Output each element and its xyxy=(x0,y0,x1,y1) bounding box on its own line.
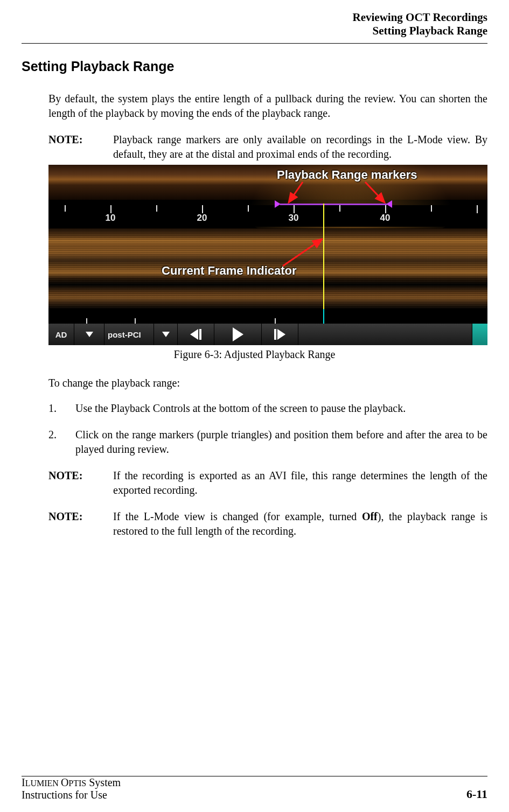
tick-30: 30 xyxy=(289,213,299,223)
footer-line2: Instructions for Use xyxy=(22,789,107,801)
dropdown-2[interactable] xyxy=(154,324,178,345)
header-chapter: Reviewing OCT Recordings xyxy=(22,11,487,24)
step-forward-icon xyxy=(274,329,285,340)
header-rule xyxy=(22,43,487,44)
chevron-down-icon xyxy=(86,332,93,337)
step-text: Click on the range markers (purple trian… xyxy=(75,428,487,457)
figure-caption: Figure 6-3: Adjusted Playback Range xyxy=(22,348,487,361)
step-2: 2. Click on the range markers (purple tr… xyxy=(48,428,487,457)
oct-screenshot: 10 20 30 40 Playback Range markers Curre… xyxy=(48,165,487,345)
step-number: 1. xyxy=(48,401,75,416)
bottom-tick-strip xyxy=(48,310,487,324)
step-forward-button[interactable] xyxy=(262,324,298,345)
page-header: Reviewing OCT Recordings Setting Playbac… xyxy=(22,11,487,38)
footer-product: ILUMIEN OPTIS System Instructions for Us… xyxy=(22,776,121,801)
step-back-button[interactable] xyxy=(178,324,214,345)
annotation-range-markers: Playback Range markers xyxy=(277,168,417,182)
ruler-ticks: 10 20 30 40 xyxy=(48,205,487,227)
step-text: Use the Playback Controls at the bottom … xyxy=(75,401,487,416)
phase-label: post-PCI xyxy=(104,324,154,345)
lmode-ruler: 10 20 30 40 xyxy=(48,205,487,227)
playback-range-bar[interactable] xyxy=(280,204,387,205)
note-2: NOTE: If the recording is exported as an… xyxy=(48,468,487,498)
note3-bold: Off xyxy=(362,510,378,522)
note-1: NOTE: Playback range markers are only av… xyxy=(48,132,487,162)
step-1: 1. Use the Playback Controls at the bott… xyxy=(48,401,487,416)
control-spacer xyxy=(298,324,472,345)
tick-10: 10 xyxy=(106,213,116,223)
figure-6-3: 10 20 30 40 Playback Range markers Curre… xyxy=(48,165,487,345)
note-text: If the L-Mode view is changed (for examp… xyxy=(113,509,487,538)
teal-button-edge[interactable] xyxy=(472,324,487,345)
play-button[interactable] xyxy=(214,324,262,345)
note-text: If the recording is exported as an AVI f… xyxy=(113,468,487,498)
step-number: 2. xyxy=(48,428,75,457)
note-label: NOTE: xyxy=(48,509,113,538)
current-frame-indicator[interactable] xyxy=(323,204,324,309)
note3-prefix: If the L-Mode view is changed (for examp… xyxy=(113,510,362,522)
page-number: 6-11 xyxy=(466,787,487,801)
step-back-icon xyxy=(190,329,201,340)
playback-control-bar: AD post-PCI xyxy=(48,324,487,345)
dropdown-1[interactable] xyxy=(74,324,104,345)
playback-range-marker-left[interactable] xyxy=(275,200,281,208)
tick-20: 20 xyxy=(197,213,207,223)
ad-label: AD xyxy=(48,324,74,345)
header-section: Setting Playback Range xyxy=(22,24,487,38)
section-title: Setting Playback Range xyxy=(22,59,487,74)
tick-40: 40 xyxy=(380,213,391,223)
note-label: NOTE: xyxy=(48,468,113,498)
note-3: NOTE: If the L-Mode view is changed (for… xyxy=(48,509,487,538)
note-text: Playback range markers are only availabl… xyxy=(113,132,487,162)
footer-line1: ILUMIEN OPTIS System xyxy=(22,776,121,788)
page-footer: ILUMIEN OPTIS System Instructions for Us… xyxy=(22,771,487,801)
play-icon xyxy=(233,327,243,341)
chevron-down-icon xyxy=(162,332,170,337)
intro-paragraph: By default, the system plays the entire … xyxy=(48,92,487,121)
steps-lead: To change the playback range: xyxy=(48,377,487,389)
playback-range-marker-right[interactable] xyxy=(386,200,392,208)
annotation-frame-indicator: Current Frame Indicator xyxy=(162,264,297,278)
note-label: NOTE: xyxy=(48,132,113,162)
